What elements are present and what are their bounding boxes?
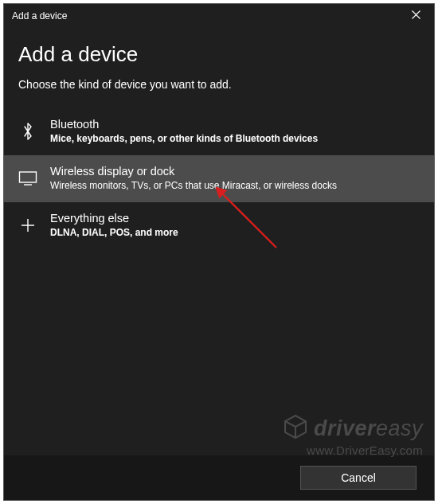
option-desc: DLNA, DIAL, POS, and more	[50, 226, 420, 239]
watermark-brand: drivereasy	[282, 413, 423, 444]
close-icon	[412, 10, 420, 21]
option-title: Bluetooth	[50, 117, 420, 132]
option-desc: Mice, keyboards, pens, or other kinds of…	[50, 132, 420, 145]
cancel-button[interactable]: Cancel	[300, 466, 416, 490]
watermark-word2: easy	[376, 416, 423, 440]
cancel-label: Cancel	[341, 471, 376, 484]
option-wireless-display[interactable]: Wireless display or dock Wireless monito…	[4, 155, 434, 202]
dialog-footer: Cancel	[4, 455, 434, 500]
display-icon	[18, 170, 37, 186]
option-texts: Everything else DLNA, DIAL, POS, and mor…	[50, 211, 420, 239]
option-title: Everything else	[50, 211, 420, 226]
window-title: Add a device	[12, 10, 67, 21]
page-subtitle: Choose the kind of device you want to ad…	[4, 78, 434, 108]
page-title: Add a device	[4, 42, 434, 78]
close-button[interactable]	[397, 4, 434, 28]
watermark-word1: driver	[314, 416, 376, 440]
option-texts: Wireless display or dock Wireless monito…	[50, 164, 420, 192]
bluetooth-icon	[18, 122, 37, 141]
option-title: Wireless display or dock	[50, 164, 420, 179]
dialog-content: Add a device Choose the kind of device y…	[4, 28, 434, 249]
titlebar: Add a device	[4, 4, 434, 28]
plus-icon	[18, 217, 37, 233]
cube-icon	[282, 413, 309, 444]
svg-rect-0	[20, 172, 37, 182]
add-device-dialog: Add a device Add a device Choose the kin…	[3, 3, 435, 501]
option-bluetooth[interactable]: Bluetooth Mice, keyboards, pens, or othe…	[4, 108, 434, 155]
option-desc: Wireless monitors, TVs, or PCs that use …	[50, 179, 420, 192]
option-everything-else[interactable]: Everything else DLNA, DIAL, POS, and mor…	[4, 202, 434, 249]
watermark: drivereasy www.DriverEasy.com	[282, 413, 423, 457]
option-texts: Bluetooth Mice, keyboards, pens, or othe…	[50, 117, 420, 145]
